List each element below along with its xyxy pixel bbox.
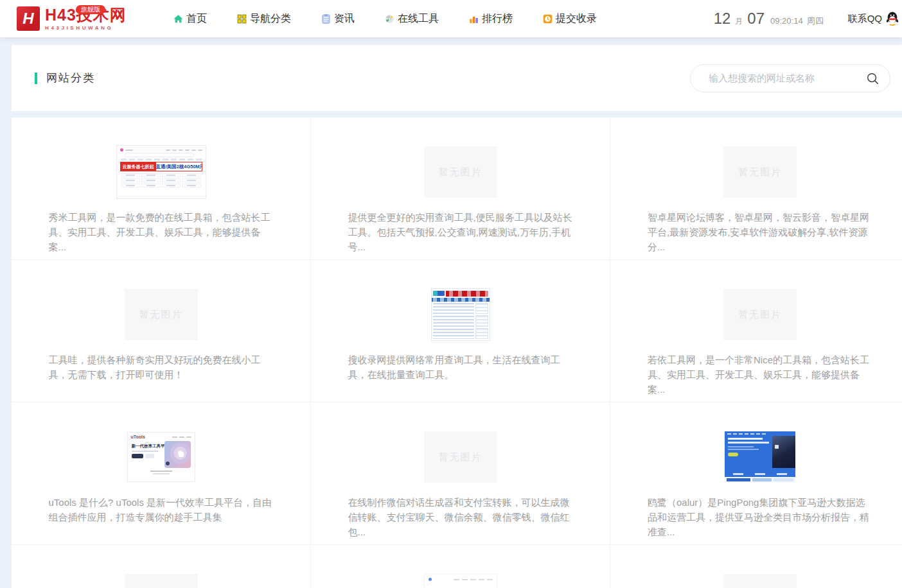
site-description: 提供更全更好的实用查询工具,便民服务工具以及站长工具。包括天气预报,公交查询,网… [348, 210, 573, 254]
nav-item-submit[interactable]: 提交收录 [542, 12, 597, 26]
site-thumbnail: uTools新一代效率工具平台 [127, 431, 195, 483]
nav-item-ranking[interactable]: 排行榜 [468, 12, 513, 26]
site-screenshot-oalur [725, 431, 795, 483]
grid-icon [236, 13, 247, 24]
site-thumbnail: 暂无图片 [723, 573, 797, 588]
site-card[interactable]: 暂无图片智卓星网论坛博客，智卓星网，智云影音，智卓星网平台,最新资源发布,安卓软… [610, 117, 902, 260]
qq-icon [885, 11, 899, 26]
no-image-placeholder: 暂无图片 [424, 431, 497, 483]
site-card[interactable]: 云服务器七折起直通/美国2核4G50M只需19元/月秀米工具网，是一款免费的在线… [12, 117, 311, 260]
site-description: 鸥鹭（oalur）是PingPong集团旗下亚马逊大数据选品和运营工具，提供亚马… [648, 495, 872, 539]
header-right: 12 月 07 09:20:14 周四 联系QQ [714, 10, 902, 28]
main-nav: 首页 导航分类 资讯 在线工具 排行榜 提交收录 [173, 12, 597, 26]
search-input[interactable] [709, 73, 865, 83]
site-card[interactable] [311, 545, 610, 588]
home-icon [173, 13, 184, 24]
site-description: 工具哇，提供各种新奇实用又好玩的免费在线小工具，无需下载，打开即可使用！ [49, 352, 274, 382]
submit-icon [542, 13, 553, 24]
section-title: 网站分类 [35, 71, 95, 85]
site-card[interactable]: 暂无图片在线制作微信对话生成器和支付宝转账，可以生成微信转账、支付宝聊天、微信余… [311, 402, 610, 545]
site-card[interactable]: 搜收录网提供网络常用查询工具，生活在线查询工具，在线批量查询工具。 [311, 260, 610, 402]
nav-label: 资讯 [334, 12, 355, 26]
contact-label: 联系QQ [848, 13, 882, 25]
site-description: uTools 是什么? uTools 是新一代效率工具平台，自由组合插件应用，打… [49, 495, 274, 524]
category-panel: 网站分类 [12, 45, 902, 111]
site-thumbnail: 暂无图片 [424, 431, 497, 483]
nav-item-online-tools[interactable]: 在线工具 [384, 12, 439, 26]
news-icon [321, 13, 332, 24]
ranking-icon [468, 13, 479, 24]
logo-subtitle: H43JISHUWANG [45, 25, 127, 31]
month-label: 月 [735, 16, 743, 27]
accent-bar [35, 73, 37, 84]
site-screenshot-partial [424, 574, 497, 588]
no-image-placeholder: 暂无图片 [125, 574, 198, 588]
site-card[interactable]: 鸥鹭（oalur）是PingPong集团旗下亚马逊大数据选品和运营工具，提供亚马… [610, 402, 902, 545]
site-description: 若依工具网，是一个非常Nice的工具箱，包含站长工具、实用工具、开发工具、娱乐工… [648, 352, 872, 397]
day-number: 07 [747, 10, 765, 28]
datetime-display: 12 月 07 09:20:14 周四 [714, 10, 824, 28]
no-image-placeholder: 暂无图片 [424, 146, 497, 198]
cards-grid: 云服务器七折起直通/美国2核4G50M只需19元/月秀米工具网，是一款免费的在线… [12, 117, 902, 588]
nav-item-categories[interactable]: 导航分类 [236, 12, 291, 26]
search-button[interactable] [865, 71, 881, 86]
site-thumbnail: 云服务器七折起直通/美国2核4G50M只需19元/月 [116, 146, 206, 198]
nav-label: 首页 [186, 12, 207, 26]
weekday: 周四 [807, 15, 824, 27]
site-screenshot-utools: uTools新一代效率工具平台 [127, 432, 195, 482]
site-card[interactable]: 暂无图片 [610, 545, 902, 588]
site-thumbnail: 暂无图片 [723, 288, 797, 341]
search-icon [865, 71, 881, 85]
site-screenshot-xiumi: 云服务器七折起直通/美国2核4G50M只需19元/月 [116, 145, 206, 199]
site-description: 搜收录网提供网络常用查询工具，生活在线查询工具，在线批量查询工具。 [348, 352, 573, 382]
site-description: 智卓星网论坛博客，智卓星网，智云影音，智卓星网平台,最新资源发布,安卓软件游戏破… [648, 210, 872, 254]
site-card[interactable]: 暂无图片 [12, 545, 311, 588]
site-thumbnail: 暂无图片 [424, 146, 497, 198]
site-card[interactable]: 暂无图片若依工具网，是一个非常Nice的工具箱，包含站长工具、实用工具、开发工具… [610, 260, 902, 402]
site-thumbnail: 暂无图片 [125, 288, 198, 341]
tools-icon [384, 13, 395, 24]
site-thumbnail: 暂无图片 [723, 146, 797, 198]
contact-qq-link[interactable]: 联系QQ [848, 11, 899, 26]
site-description: 在线制作微信对话生成器和支付宝转账，可以生成微信转账、支付宝聊天、微信余额、微信… [348, 495, 573, 539]
top-header: H H43技术网 H43JISHUWANG 旗舰版 首页 导航分类 资讯 在线工… [0, 0, 902, 37]
nav-label: 在线工具 [398, 12, 439, 26]
nav-label: 提交收录 [556, 12, 597, 26]
nav-label: 排行榜 [482, 12, 513, 26]
logo-mark-icon: H [17, 6, 40, 31]
site-description: 秀米工具网，是一款免费的在线工具箱，包含站长工具、实用工具、开发工具、娱乐工具，… [49, 210, 274, 254]
nav-item-home[interactable]: 首页 [173, 12, 207, 26]
site-logo[interactable]: H H43技术网 H43JISHUWANG 旗舰版 [0, 6, 127, 31]
flagship-badge: 旗舰版 [76, 5, 105, 14]
site-thumbnail [424, 573, 497, 588]
site-card[interactable]: uTools新一代效率工具平台uTools 是什么? uTools 是新一代效率… [12, 402, 311, 545]
site-thumbnail [725, 431, 795, 483]
no-image-placeholder: 暂无图片 [723, 574, 797, 588]
no-image-placeholder: 暂无图片 [723, 289, 797, 340]
month-number: 12 [714, 10, 731, 28]
nav-item-news[interactable]: 资讯 [321, 12, 355, 26]
site-card[interactable]: 暂无图片工具哇，提供各种新奇实用又好玩的免费在线小工具，无需下载，打开即可使用！ [12, 260, 311, 402]
no-image-placeholder: 暂无图片 [723, 146, 797, 198]
site-screenshot-soshoulu [431, 288, 490, 341]
no-image-placeholder: 暂无图片 [125, 289, 198, 340]
site-card[interactable]: 暂无图片提供更全更好的实用查询工具,便民服务工具以及站长工具。包括天气预报,公交… [311, 117, 610, 260]
clock-time: 09:20:14 [770, 16, 803, 26]
nav-label: 导航分类 [250, 12, 291, 26]
site-thumbnail [431, 288, 490, 341]
site-thumbnail: 暂无图片 [125, 573, 198, 588]
section-title-text: 网站分类 [46, 71, 95, 85]
site-search [690, 64, 890, 92]
